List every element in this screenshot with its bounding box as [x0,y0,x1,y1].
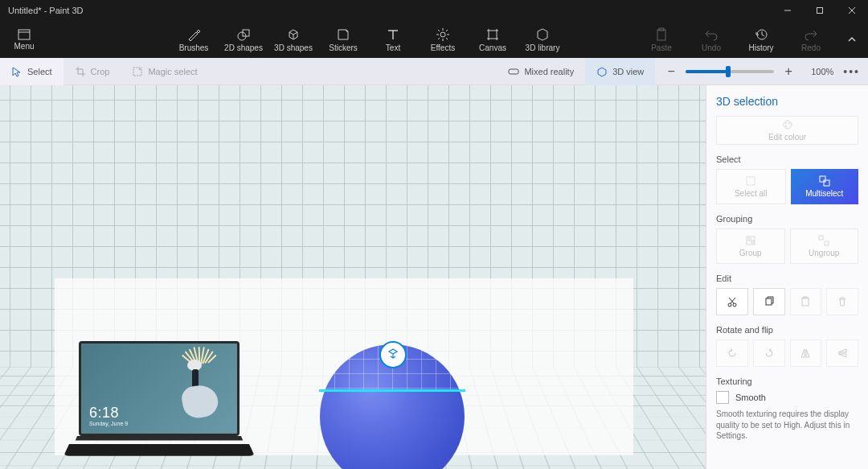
svg-rect-1 [817,8,823,14]
tool-effects[interactable]: Effects [418,21,468,58]
edit-section-label: Edit [716,274,858,283]
maximize-button[interactable] [804,0,836,21]
svg-rect-40 [766,298,772,305]
mixed-reality-button[interactable]: Mixed reality [497,58,585,85]
tool-canvas[interactable]: Canvas [468,21,518,58]
tool-text[interactable]: Text [368,21,418,58]
menu-button[interactable]: Menu [0,21,48,58]
tool-stickers[interactable]: Stickers [318,21,368,58]
z-handle-icon [387,348,399,361]
select-tool[interactable]: Select [0,58,63,85]
close-button[interactable] [836,0,868,21]
zoom-slider[interactable] [686,70,774,73]
3d-shapes-icon [286,27,301,42]
effects-icon [436,27,450,42]
text-icon [386,27,400,42]
multiselect-icon [819,175,830,187]
svg-rect-17 [489,31,497,39]
select-all-button[interactable]: Select all [716,169,786,204]
delete-button[interactable] [826,288,858,315]
copy-button[interactable] [753,288,785,315]
secondary-toolbar: Select Crop Magic select Mixed reality 3… [0,58,868,85]
svg-line-15 [446,30,448,31]
mixed-reality-icon [508,66,519,77]
ribbon: Menu Brushes 2D shapes 3D shapes Sticker… [0,21,868,58]
crop-tool[interactable]: Crop [63,58,121,85]
select-all-icon [745,175,756,187]
svg-point-37 [733,303,736,306]
svg-rect-33 [751,241,754,243]
svg-point-26 [788,122,790,124]
paste-edit-button[interactable] [790,288,822,315]
svg-line-16 [438,38,440,39]
canvas[interactable]: ? [0,85,706,469]
svg-rect-18 [657,30,665,40]
2d-shapes-icon [236,27,251,42]
rotate-cw-button[interactable] [753,339,785,367]
zoom-out-button[interactable]: − [665,64,678,79]
bird-image [168,350,226,422]
paste-button[interactable]: Paste [637,21,686,58]
3d-view-icon [596,66,608,77]
delete-icon [837,296,848,307]
svg-rect-29 [820,176,825,182]
tool-2d-shapes[interactable]: 2D shapes [219,21,268,58]
tool-3d-library[interactable]: 3D library [518,21,567,58]
svg-point-36 [728,303,731,306]
tablet-object[interactable]: 6:18 Sunday, June 9 [79,341,240,454]
stickers-icon [336,27,350,42]
magic-select-icon [132,66,143,77]
brush-icon [186,27,201,42]
minimize-button[interactable] [772,0,804,21]
zoom-in-button[interactable]: + [782,64,795,79]
panel-title: 3D selection [716,95,858,108]
undo-button[interactable]: Undo [686,21,736,58]
redo-button[interactable]: Redo [786,21,836,58]
ungroup-icon [818,235,829,246]
window-title: Untitled* - Paint 3D [8,6,772,15]
flip-h-icon [800,348,811,359]
select-section-label: Select [716,154,858,164]
rotate-cw-icon [764,348,775,359]
smooth-label: Smooth [735,393,766,402]
history-button[interactable]: History [736,21,786,58]
group-icon [745,235,756,246]
rotate-ccw-button[interactable] [716,339,748,367]
flip-vertical-button[interactable] [826,339,858,367]
zoom-percent: 100% [803,67,833,76]
svg-rect-34 [819,236,823,240]
svg-rect-30 [824,180,829,186]
smooth-checkbox[interactable]: Smooth [716,391,858,404]
chevron-up-icon [846,34,858,45]
flip-horizontal-button[interactable] [790,339,822,367]
group-button[interactable]: Group [716,228,785,264]
collapse-ribbon-button[interactable] [836,21,868,58]
rotate-ccw-icon [727,348,738,359]
tool-3d-shapes[interactable]: 3D shapes [268,21,318,58]
lock-clock: 6:18 [89,405,119,422]
more-button[interactable]: ••• [843,65,868,78]
svg-rect-4 [18,30,30,39]
svg-rect-32 [748,238,751,241]
history-icon [754,27,768,42]
copy-icon [764,296,775,307]
multiselect-button[interactable]: Multiselect [791,169,859,204]
svg-line-14 [446,38,448,39]
svg-point-22 [139,68,141,70]
cut-button[interactable] [716,288,748,315]
lock-date: Sunday, June 9 [89,421,128,426]
svg-rect-28 [747,177,755,185]
edit-colour-button[interactable]: Edit colour [716,116,858,145]
svg-rect-23 [509,69,518,74]
ungroup-button[interactable]: Ungroup [790,228,859,264]
magic-select-tool[interactable]: Magic select [121,58,208,85]
svg-point-24 [784,121,792,129]
tool-brushes[interactable]: Brushes [169,21,219,58]
z-position-handle[interactable] [379,341,407,368]
cursor-icon [11,66,23,77]
palette-icon [782,119,793,130]
grouping-section-label: Grouping [716,214,858,224]
titlebar: Untitled* - Paint 3D [0,0,868,21]
3d-view-button[interactable]: 3D view [585,58,655,85]
crop-icon [75,66,86,77]
